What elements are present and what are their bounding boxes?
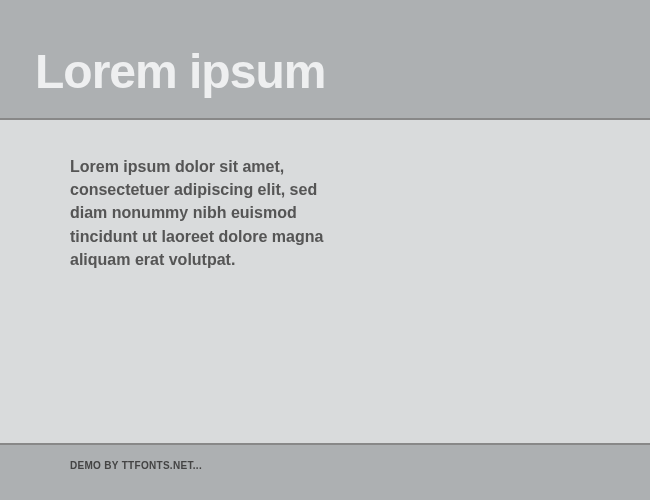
page-title: Lorem ipsum [35, 44, 325, 99]
footer-attribution: DEMO BY TTFONTS.NET... [70, 460, 580, 471]
content-area: Lorem ipsum dolor sit amet, consectetuer… [0, 120, 650, 443]
header: Lorem ipsum [0, 0, 650, 120]
body-text: Lorem ipsum dolor sit amet, consectetuer… [70, 155, 330, 271]
footer: DEMO BY TTFONTS.NET... [0, 443, 650, 500]
